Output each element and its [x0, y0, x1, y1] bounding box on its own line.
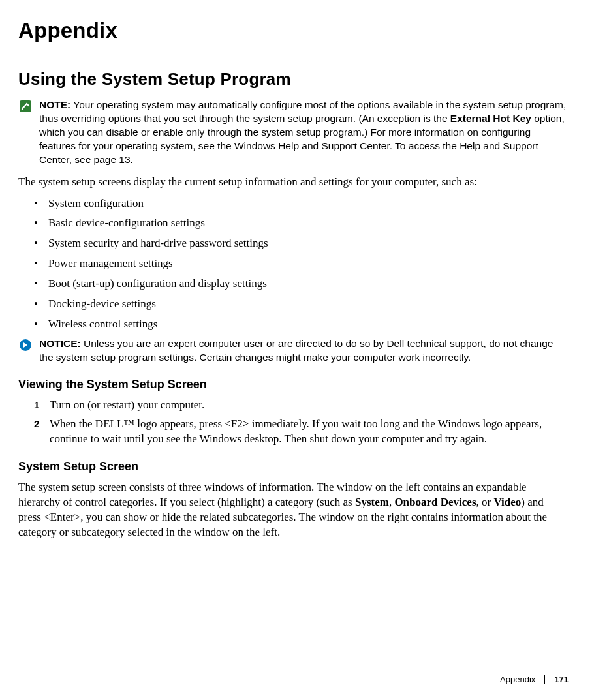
screen-bold-3: Video — [493, 496, 521, 508]
screen-paragraph: The system setup screen consists of thre… — [18, 480, 569, 540]
section-heading: Using the System Setup Program — [18, 69, 569, 89]
screen-bold-2: Onboard Devices — [394, 496, 476, 508]
list-item: Basic device-configuration settings — [34, 216, 569, 231]
steps-list: Turn on (or restart) your computer. When… — [34, 398, 569, 447]
notice-callout: NOTICE: Unless you are an expert compute… — [18, 337, 569, 365]
footer-label: Appendix — [500, 675, 535, 684]
note-text: NOTE: Your operating system may automati… — [39, 99, 569, 167]
step-item: When the DELL™ logo appears, press <F2> … — [34, 417, 569, 447]
notice-body: Unless you are an expert computer user o… — [39, 338, 553, 363]
list-item: System configuration — [34, 196, 569, 211]
screen-heading: System Setup Screen — [18, 460, 569, 474]
notice-label: NOTICE: — [39, 338, 81, 349]
viewing-heading: Viewing the System Setup Screen — [18, 378, 569, 391]
notice-text: NOTICE: Unless you are an expert compute… — [39, 337, 569, 365]
note-label: NOTE: — [39, 99, 70, 110]
step-item: Turn on (or restart) your computer. — [34, 398, 569, 413]
list-item: Boot (start-up) configuration and displa… — [34, 277, 569, 292]
page-title: Appendix — [18, 18, 569, 43]
page-footer: Appendix 171 — [500, 675, 569, 684]
notice-icon — [18, 337, 33, 352]
screen-bold-1: System — [355, 496, 389, 508]
page-number: 171 — [554, 675, 569, 684]
list-item: Docking-device settings — [34, 297, 569, 312]
screen-sep-2: , or — [476, 496, 494, 508]
note-bold-1: External Hot Key — [450, 113, 531, 124]
footer-separator — [544, 675, 545, 684]
note-icon — [18, 99, 33, 113]
list-item: Power management settings — [34, 256, 569, 271]
list-item: Wireless control settings — [34, 317, 569, 332]
svg-rect-0 — [20, 100, 31, 112]
list-item: System security and hard-drive password … — [34, 236, 569, 251]
intro-paragraph: The system setup screens display the cur… — [18, 175, 569, 190]
bullet-list: System configuration Basic device-config… — [34, 196, 569, 333]
note-callout: NOTE: Your operating system may automati… — [18, 99, 569, 167]
